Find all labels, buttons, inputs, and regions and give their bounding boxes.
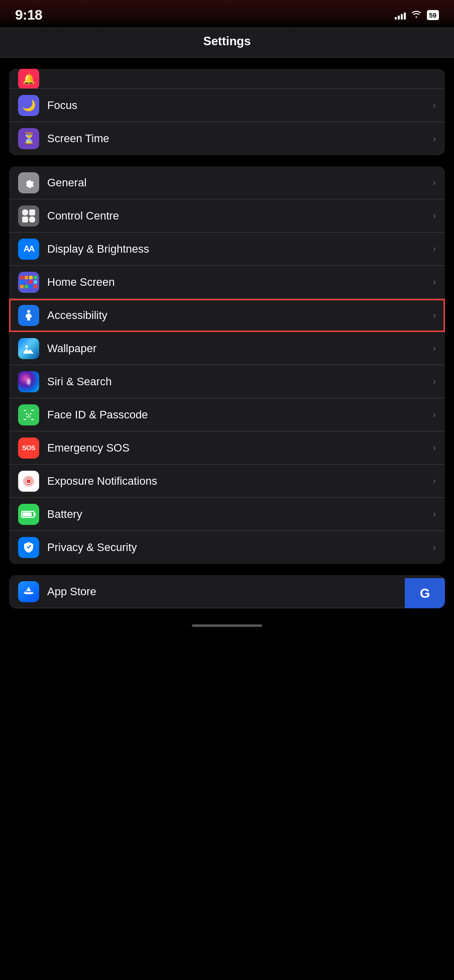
- settings-group-store: App Store › G: [9, 575, 445, 608]
- accessibility-chevron: ›: [433, 310, 436, 320]
- settings-group-top: 🔔 🌙 Focus › ⏳ Screen Time ›: [9, 69, 445, 155]
- face-id-chevron: ›: [433, 409, 436, 420]
- page-header: Settings: [0, 27, 454, 58]
- privacy-security-label: Privacy & Security: [47, 541, 433, 554]
- privacy-security-chevron: ›: [433, 542, 436, 553]
- display-brightness-chevron: ›: [433, 244, 436, 254]
- app-store-icon: [18, 581, 39, 602]
- settings-item-screen-time[interactable]: ⏳ Screen Time ›: [9, 122, 445, 155]
- svg-rect-4: [24, 410, 26, 411]
- settings-item-privacy-security[interactable]: Privacy & Security ›: [9, 531, 445, 564]
- home-indicator: [0, 619, 454, 635]
- accessibility-icon: [18, 305, 39, 326]
- exposure-chevron: ›: [433, 476, 436, 486]
- wifi-icon: [411, 10, 422, 21]
- general-label: General: [47, 176, 433, 189]
- settings-item-general[interactable]: General ›: [9, 166, 445, 199]
- svg-rect-7: [31, 419, 34, 420]
- emergency-sos-icon: SOS: [18, 438, 39, 459]
- page-title: Settings: [203, 34, 251, 48]
- emergency-sos-chevron: ›: [433, 443, 436, 453]
- siri-icon: [18, 371, 39, 392]
- svg-point-8: [26, 413, 28, 414]
- control-centre-chevron: ›: [433, 210, 436, 221]
- control-centre-icon: [18, 205, 39, 227]
- settings-item-control-centre[interactable]: Control Centre ›: [9, 199, 445, 233]
- accessibility-person-icon: [22, 308, 36, 322]
- svg-point-0: [27, 310, 30, 313]
- gear-icon: [22, 176, 35, 189]
- wallpaper-icon: [18, 338, 39, 359]
- status-bar: 9:18 59: [0, 0, 454, 27]
- svg-rect-16: [23, 512, 32, 516]
- privacy-security-icon: [18, 537, 39, 558]
- exposure-icon: [18, 471, 39, 492]
- display-brightness-label: Display & Brightness: [47, 243, 433, 256]
- home-screen-icon: [18, 272, 39, 293]
- exposure-label: Exposure Notifications: [47, 475, 433, 488]
- wallpaper-chevron: ›: [433, 343, 436, 354]
- emergency-sos-label: Emergency SOS: [47, 442, 433, 455]
- status-icons: 59: [395, 10, 439, 21]
- battery-indicator: 59: [427, 10, 439, 20]
- battery-level: 59: [429, 12, 436, 19]
- screen-time-label: Screen Time: [47, 132, 433, 145]
- settings-item-wallpaper[interactable]: Wallpaper ›: [9, 332, 445, 365]
- general-chevron: ›: [433, 177, 436, 188]
- signal-bars-icon: [395, 11, 406, 20]
- settings-item-siri-search[interactable]: Siri & Search ›: [9, 365, 445, 398]
- settings-content: 🔔 🌙 Focus › ⏳ Screen Time ›: [0, 69, 454, 635]
- settings-item-display-brightness[interactable]: AA Display & Brightness ›: [9, 233, 445, 266]
- focus-icon: 🌙: [18, 95, 39, 116]
- settings-item-notifications-partial[interactable]: 🔔: [9, 69, 445, 89]
- focus-label: Focus: [47, 99, 433, 112]
- settings-item-app-store[interactable]: App Store ›: [9, 575, 445, 608]
- svg-point-9: [30, 413, 32, 414]
- face-id-label: Face ID & Passcode: [47, 408, 433, 421]
- screen-time-chevron: ›: [433, 134, 436, 144]
- home-screen-label: Home Screen: [47, 276, 433, 289]
- svg-point-1: [26, 345, 28, 348]
- svg-point-11: [27, 479, 31, 483]
- settings-item-home-screen[interactable]: Home Screen ›: [9, 266, 445, 299]
- notifications-icon: 🔔: [18, 69, 39, 89]
- display-brightness-icon: AA: [18, 239, 39, 260]
- home-screen-chevron: ›: [433, 277, 436, 287]
- svg-rect-5: [31, 410, 34, 411]
- watermark: G: [405, 578, 445, 608]
- battery-icon: [18, 504, 39, 525]
- siri-search-chevron: ›: [433, 376, 436, 387]
- settings-item-emergency-sos[interactable]: SOS Emergency SOS ›: [9, 431, 445, 465]
- screen-time-icon: ⏳: [18, 128, 39, 149]
- settings-item-face-id[interactable]: Face ID & Passcode ›: [9, 398, 445, 431]
- svg-rect-6: [24, 419, 26, 420]
- status-time: 9:18: [15, 7, 42, 23]
- focus-chevron: ›: [433, 100, 436, 111]
- settings-item-exposure[interactable]: Exposure Notifications ›: [9, 465, 445, 498]
- svg-rect-10: [28, 414, 29, 416]
- home-bar: [192, 624, 262, 627]
- wallpaper-label: Wallpaper: [47, 342, 433, 355]
- face-id-icon: [18, 404, 39, 425]
- battery-label: Battery: [47, 508, 433, 521]
- accessibility-label: Accessibility: [47, 309, 433, 322]
- settings-group-display: General › Control Centre ›: [9, 166, 445, 564]
- svg-rect-15: [34, 513, 36, 516]
- control-centre-label: Control Centre: [47, 209, 433, 223]
- settings-page: 9:18 59 Settings: [0, 0, 454, 635]
- siri-search-label: Siri & Search: [47, 375, 433, 388]
- app-store-label: App Store: [47, 585, 433, 598]
- settings-item-accessibility[interactable]: Accessibility ›: [9, 299, 445, 332]
- general-icon: [18, 172, 39, 193]
- svg-point-3: [27, 379, 30, 384]
- settings-item-focus[interactable]: 🌙 Focus ›: [9, 89, 445, 122]
- battery-chevron: ›: [433, 509, 436, 519]
- settings-item-battery[interactable]: Battery ›: [9, 498, 445, 531]
